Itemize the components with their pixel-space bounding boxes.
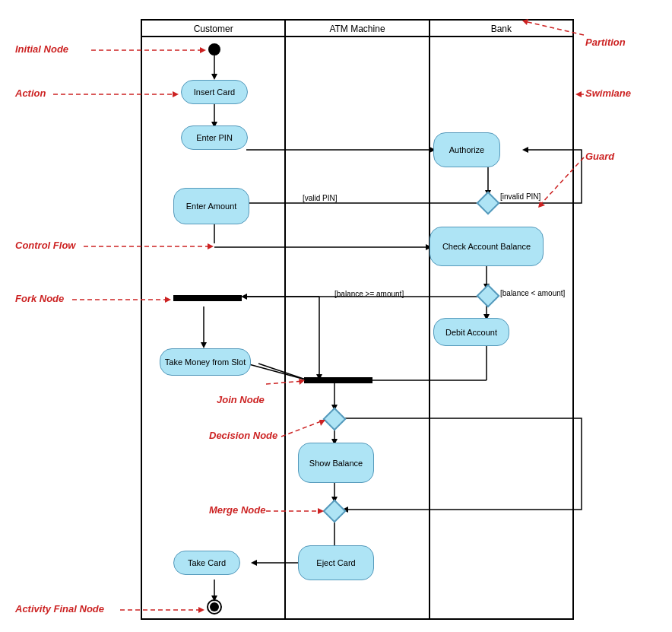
join-node (304, 377, 372, 383)
customer-lane-header: Customer (142, 21, 286, 36)
invalid-pin-guard: [invalid PIN] (500, 192, 540, 201)
initial-node (208, 43, 220, 56)
diagram-container: Customer ATM Machine Bank (8, 8, 661, 624)
initial-node-annotation: Initial Node (15, 43, 68, 55)
enter-pin-node: Enter PIN (181, 125, 248, 150)
balance-lt-guard: [balance < amount] (500, 289, 565, 297)
fork-node (173, 295, 242, 301)
check-balance-node: Check Account Balance (430, 227, 544, 266)
take-money-node: Take Money from Slot (160, 348, 251, 376)
balance-gte-guard: [balance >= amount] (334, 290, 404, 298)
swimlane-annotation: Swimlane (585, 87, 631, 99)
final-node-inner (210, 602, 219, 611)
eject-card-node: Eject Card (298, 545, 374, 580)
bank-lane-header: Bank (430, 21, 572, 36)
join-node-annotation: Join Node (217, 394, 265, 405)
svg-marker-62 (575, 91, 582, 97)
valid-pin-guard: [valid PIN] (303, 194, 338, 202)
debit-account-node: Debit Account (433, 318, 509, 346)
action-annotation: Action (15, 87, 46, 99)
take-card-node: Take Card (173, 551, 240, 575)
atm-lane (286, 37, 430, 618)
guard-annotation: Guard (585, 151, 614, 162)
decision-node-annotation: Decision Node (209, 430, 277, 441)
fork-node-annotation: Fork Node (15, 293, 64, 304)
insert-card-node: Insert Card (181, 80, 248, 104)
control-flow-annotation: Control Flow (15, 240, 75, 251)
merge-node-annotation: Merge Node (209, 504, 265, 516)
atm-lane-header: ATM Machine (286, 21, 430, 36)
swimlane-header: Customer ATM Machine Bank (142, 21, 572, 37)
show-balance-node: Show Balance (298, 443, 374, 483)
customer-lane (142, 37, 286, 618)
activity-final-node-annotation: Activity Final Node (15, 603, 104, 615)
swimlane-table: Customer ATM Machine Bank (141, 19, 574, 620)
final-node (207, 599, 222, 615)
authorize-node: Authorize (433, 132, 500, 167)
partition-annotation: Partition (585, 37, 626, 48)
enter-amount-node: Enter Amount (173, 188, 249, 224)
